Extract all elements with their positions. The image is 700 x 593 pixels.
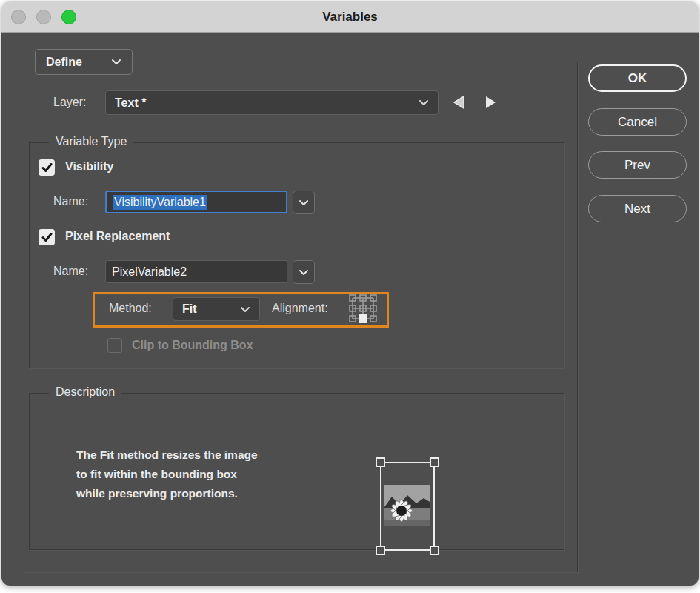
prev-layer-arrow-button[interactable]: [450, 93, 469, 112]
alignment-label: Alignment:: [272, 302, 328, 315]
description-title: Description: [49, 385, 121, 399]
prev-button-label: Prev: [624, 158, 650, 173]
visibility-checkbox[interactable]: [39, 159, 55, 176]
screenshot-stage: Variables Define Layer: Text *: [0, 0, 700, 593]
method-dropdown[interactable]: Fit: [173, 297, 260, 321]
bbox-handle: [430, 546, 439, 555]
traffic-lights: [11, 10, 76, 24]
define-mode-dropdown[interactable]: Define: [35, 49, 133, 75]
chevron-down-icon: [240, 306, 250, 313]
chevron-down-icon: [419, 99, 429, 106]
description-text: The Fit method resizes the image to fit …: [76, 445, 258, 503]
layer-label: Layer:: [53, 96, 86, 109]
bbox-handle: [376, 457, 385, 467]
clip-bounding-box-checkbox[interactable]: [107, 338, 122, 353]
pixel-name-dropdown-button[interactable]: [293, 260, 315, 284]
bbox-handle: [376, 546, 385, 555]
cancel-button[interactable]: Cancel: [588, 108, 687, 136]
visibility-name-value: VisibilityVariable1: [113, 195, 207, 210]
variable-type-groupbox: Variable Type: [29, 142, 564, 368]
prev-button[interactable]: Prev: [588, 151, 687, 179]
pixel-name-value: PixelVariable2: [112, 265, 187, 279]
visibility-name-dropdown-button[interactable]: [293, 191, 315, 214]
minimize-window-icon[interactable]: [36, 10, 51, 24]
zoom-window-icon[interactable]: [61, 10, 76, 24]
clip-bounding-box-label: Clip to Bounding Box: [132, 339, 253, 352]
method-label: Method:: [109, 302, 152, 315]
chevron-down-icon: [299, 269, 309, 276]
checkmark-icon: [41, 233, 53, 242]
pixel-name-input[interactable]: PixelVariable2: [105, 260, 287, 283]
description-line: to fit within the bounding box: [76, 465, 258, 484]
window-title: Variables: [322, 10, 378, 24]
cancel-button-label: Cancel: [618, 115, 657, 130]
pixel-replacement-checkbox[interactable]: [39, 229, 55, 245]
ok-button[interactable]: OK: [588, 64, 687, 92]
title-bar[interactable]: Variables: [1, 1, 699, 33]
description-line: The Fit method resizes the image: [76, 445, 258, 465]
layer-dropdown-value: Text *: [115, 96, 419, 110]
layer-dropdown[interactable]: Text *: [105, 90, 439, 115]
visibility-label: Visibility: [65, 160, 114, 173]
triangle-left-icon: [451, 94, 467, 110]
alignment-grid-control[interactable]: [349, 294, 377, 328]
ok-button-label: OK: [628, 71, 647, 86]
next-layer-arrow-button[interactable]: [481, 93, 500, 112]
next-button[interactable]: Next: [588, 195, 687, 222]
define-dropdown-label: Define: [46, 56, 111, 69]
chevron-down-icon: [299, 199, 309, 206]
triangle-right-icon: [482, 94, 499, 110]
alignment-grid-icon: [349, 294, 377, 325]
close-window-icon[interactable]: [11, 10, 26, 24]
visibility-name-input[interactable]: VisibilityVariable1: [105, 191, 287, 213]
description-line: while preserving proportions.: [76, 484, 258, 503]
chevron-down-icon: [111, 59, 121, 65]
variable-type-title: Variable Type: [49, 135, 133, 148]
dialog-body: Define Layer: Text *: [1, 33, 699, 586]
bbox-handle: [430, 457, 439, 467]
checkmark-icon: [41, 163, 53, 173]
flower-photo-thumbnail: [384, 485, 430, 526]
next-button-label: Next: [624, 202, 650, 216]
fit-preview-bounding-box: [380, 462, 435, 551]
visibility-name-label: Name:: [53, 195, 88, 208]
pixel-replacement-label: Pixel Replacement: [65, 230, 170, 243]
method-dropdown-value: Fit: [182, 302, 240, 316]
pixel-name-label: Name:: [53, 265, 88, 278]
description-groupbox: Description The Fit method resizes the i…: [29, 393, 564, 550]
variables-dialog-window: Variables Define Layer: Text *: [1, 1, 699, 586]
